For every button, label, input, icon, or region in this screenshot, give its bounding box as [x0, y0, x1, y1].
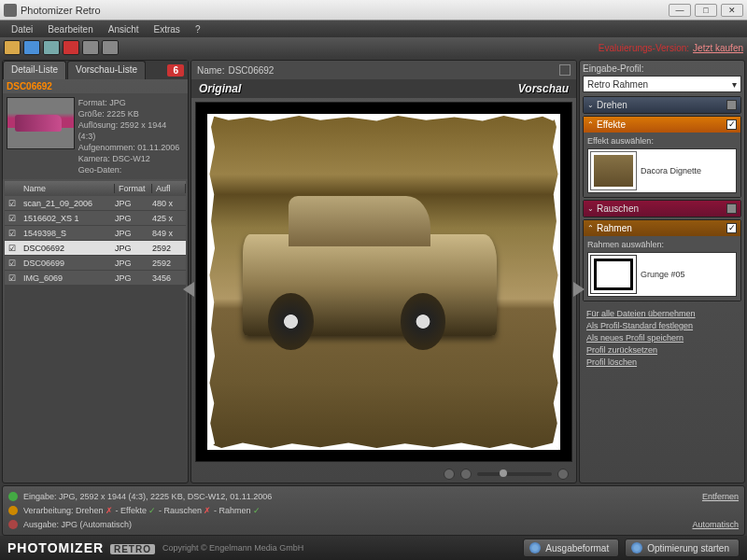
output-dot-icon: [8, 520, 18, 529]
proc-dot-icon: [8, 506, 18, 515]
selected-filename: DSC06692: [3, 79, 188, 93]
effekt-swatch: [590, 151, 637, 190]
rahmen-select-label: Rahmen auswählen:: [587, 240, 737, 249]
tab-detail-liste[interactable]: Detail-Liste: [3, 61, 66, 79]
profile-link-1[interactable]: Als Profil-Standard festlegen: [586, 321, 738, 330]
profile-label: Eingabe-Profil:: [583, 63, 741, 74]
minimize-button[interactable]: —: [669, 4, 691, 17]
left-panel: Detail-Liste Vorschau-Liste 6 DSC06692 F…: [2, 60, 189, 483]
profile-link-0[interactable]: Für alle Dateien übernehmen: [586, 309, 738, 318]
row-checkbox[interactable]: ☑: [5, 259, 20, 268]
rauschen-checkbox[interactable]: [726, 203, 737, 214]
preview-image: [207, 114, 560, 451]
menu-bearbeiten[interactable]: Bearbeiten: [40, 24, 100, 35]
input-dot-icon: [8, 492, 18, 501]
row-checkbox[interactable]: ☑: [5, 214, 20, 223]
section-rahmen[interactable]: ⌃ Rahmen: [584, 220, 740, 236]
table-row[interactable]: ☑scan_21_09_2006JPG480 x: [5, 196, 186, 211]
globe-icon: [631, 542, 642, 553]
section-effekte[interactable]: ⌃ Effekte: [584, 117, 740, 133]
menubar: Datei Bearbeiten Ansicht Extras ?: [0, 21, 747, 37]
file-table: Name Format Aufl ☑scan_21_09_2006JPG480 …: [5, 181, 186, 481]
preview-area: [195, 102, 572, 462]
window-titlebar: Photomizer Retro — □ ✕: [0, 0, 747, 21]
section-rauschen[interactable]: ⌄ Rauschen: [584, 201, 740, 217]
row-checkbox[interactable]: ☑: [5, 273, 20, 283]
folder-icon[interactable]: [23, 40, 40, 55]
label-original: Original: [199, 82, 241, 95]
stop-icon[interactable]: [63, 40, 79, 55]
rahmen-swatch: [590, 255, 637, 294]
chevron-down-icon: ⌄: [587, 204, 597, 213]
copyright: Copyright © Engelmann Media GmbH: [162, 543, 303, 553]
table-row[interactable]: ☑1516602_XS 1JPG425 x: [5, 211, 186, 226]
drehen-checkbox[interactable]: [726, 100, 737, 110]
chevron-up-icon: ⌃: [587, 120, 597, 129]
save-icon[interactable]: [43, 40, 60, 55]
app-icon: [4, 4, 17, 17]
open-icon[interactable]: [4, 40, 21, 55]
rahmen-preset[interactable]: Grunge #05: [587, 252, 737, 297]
start-optimize-button[interactable]: Optimierung starten: [625, 539, 740, 557]
right-panel: Eingabe-Profil: Retro Rahmen ⌄ Drehen ⌃ …: [579, 60, 745, 483]
maximize-button[interactable]: □: [695, 4, 717, 17]
name-label: Name:: [197, 65, 224, 76]
menu-extras[interactable]: Extras: [147, 24, 188, 35]
row-checkbox[interactable]: ☑: [5, 199, 20, 208]
tab-vorschau-liste[interactable]: Vorschau-Liste: [67, 61, 146, 79]
zoom-in-icon[interactable]: [557, 469, 569, 480]
toolbar: Evaluierungs-Version:Jetzt kaufen: [0, 37, 747, 58]
status-panel: Eingabe: JPG, 2592 x 1944 (4:3), 2225 KB…: [2, 485, 745, 536]
zoom-fit-icon[interactable]: [444, 469, 455, 480]
row-checkbox[interactable]: ☑: [5, 244, 20, 253]
menu-datei[interactable]: Datei: [4, 24, 40, 35]
gear-icon: [529, 542, 541, 553]
promo-text: Evaluierungs-Version:Jetzt kaufen: [599, 43, 743, 53]
footer: PHOTOMIZER RETRO Copyright © Engelmann M…: [0, 536, 747, 560]
buy-link[interactable]: Jetzt kaufen: [693, 43, 743, 53]
menu-ansicht[interactable]: Ansicht: [101, 24, 147, 35]
file-metadata: Format: JPG Größe: 2225 KB Auflösung: 25…: [78, 97, 184, 175]
effekt-preset[interactable]: Dacora Dignette: [587, 148, 737, 193]
zoom-slider[interactable]: [477, 472, 552, 476]
effekt-select-label: Effekt auswählen:: [587, 136, 737, 146]
section-drehen[interactable]: ⌄ Drehen: [584, 97, 740, 113]
pause-icon[interactable]: [102, 40, 119, 55]
row-checkbox[interactable]: ☑: [5, 229, 20, 238]
thumbnail-image: [7, 97, 75, 149]
play-icon[interactable]: [82, 40, 99, 55]
profile-select[interactable]: Retro Rahmen: [583, 76, 741, 92]
name-value: DSC06692: [228, 65, 274, 76]
col-aufl[interactable]: Aufl: [152, 184, 186, 193]
profile-link-3[interactable]: Profil zurücksetzen: [586, 345, 738, 355]
expand-icon[interactable]: [559, 64, 571, 76]
col-name[interactable]: Name: [20, 184, 115, 193]
profile-link-2[interactable]: Als neues Profil speichern: [586, 333, 738, 343]
table-row[interactable]: ☑IMG_6069JPG3456: [5, 271, 186, 286]
status-output: JPG (Automatisch): [62, 520, 133, 529]
chevron-up-icon: ⌃: [587, 224, 597, 232]
table-row[interactable]: ☑1549398_SJPG849 x: [5, 226, 186, 241]
output-format-button[interactable]: Ausgabeformat: [523, 539, 619, 557]
col-format[interactable]: Format: [115, 184, 152, 193]
file-count-badge: 6: [167, 64, 184, 77]
remove-button[interactable]: Entfernen: [702, 492, 739, 501]
zoom-out-icon[interactable]: [460, 469, 472, 480]
menu-help[interactable]: ?: [188, 24, 208, 35]
status-input: JPG, 2592 x 1944 (4:3), 2225 KB, DSC-W12…: [59, 492, 272, 501]
status-processing: Drehen ✗ - Effekte ✓ - Rauschen ✗ - Rahm…: [76, 506, 261, 515]
effekte-checkbox[interactable]: [726, 119, 737, 130]
window-title: Photomizer Retro: [21, 5, 669, 16]
rahmen-checkbox[interactable]: [726, 223, 737, 233]
profile-link-4[interactable]: Profil löschen: [586, 357, 738, 367]
close-button[interactable]: ✕: [721, 4, 743, 17]
auto-button[interactable]: Automatisch: [692, 520, 739, 529]
table-row[interactable]: ☑DSC06699JPG2592: [5, 256, 186, 271]
label-vorschau: Vorschau: [518, 82, 569, 95]
table-row[interactable]: ☑DSC06692JPG2592: [5, 241, 186, 256]
chevron-down-icon: ⌄: [587, 101, 597, 109]
brand-logo: PHOTOMIZER RETRO: [7, 540, 155, 555]
center-panel: Name: DSC06692 Original Vorschau: [190, 60, 577, 483]
